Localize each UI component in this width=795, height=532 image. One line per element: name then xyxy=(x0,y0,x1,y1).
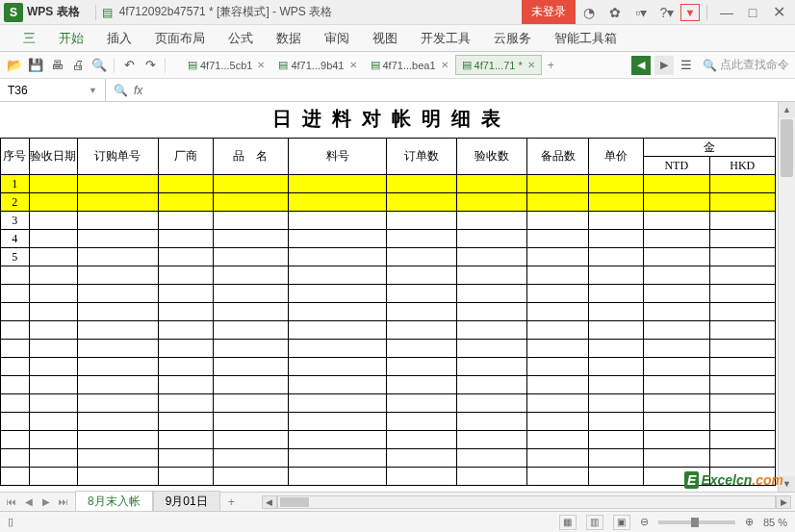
cell[interactable] xyxy=(527,303,589,321)
cell[interactable] xyxy=(709,175,776,193)
cell[interactable] xyxy=(159,321,214,340)
cell[interactable] xyxy=(159,340,214,358)
cell[interactable] xyxy=(214,413,289,431)
cell[interactable] xyxy=(644,358,709,376)
cell[interactable] xyxy=(644,193,709,212)
cell[interactable] xyxy=(387,321,457,340)
print-icon[interactable]: 🖨 xyxy=(69,57,87,74)
doc-tab-4[interactable]: ▤4f71...71 *✕ xyxy=(455,55,542,75)
cell[interactable] xyxy=(527,394,589,413)
cell[interactable] xyxy=(527,175,589,193)
view-page-icon[interactable]: ▥ xyxy=(586,515,603,530)
cell[interactable] xyxy=(77,321,158,340)
magnify-icon[interactable]: 🔍 xyxy=(114,84,128,97)
doc-tab-3[interactable]: ▤4f71...bea1✕ xyxy=(364,55,455,75)
cell[interactable] xyxy=(457,285,527,303)
cell[interactable] xyxy=(457,266,527,285)
cell[interactable] xyxy=(214,340,289,358)
cell[interactable] xyxy=(457,431,527,449)
settings-icon[interactable]: ✿ xyxy=(603,1,628,24)
add-tab-button[interactable]: + xyxy=(542,57,560,74)
cell[interactable] xyxy=(214,449,289,468)
cell[interactable] xyxy=(288,413,387,431)
cell[interactable] xyxy=(457,468,527,486)
cell[interactable] xyxy=(709,193,776,212)
cell[interactable] xyxy=(77,175,158,193)
scroll-thumb[interactable] xyxy=(781,119,793,177)
help-icon[interactable]: ?▾ xyxy=(654,1,680,24)
cell[interactable] xyxy=(644,321,709,340)
close-tab-icon[interactable]: ✕ xyxy=(257,60,265,70)
cell[interactable] xyxy=(77,358,158,376)
cell[interactable] xyxy=(709,303,776,321)
cell[interactable] xyxy=(644,248,709,266)
sync-icon[interactable]: ◔ xyxy=(577,1,602,24)
tab-insert[interactable]: 插入 xyxy=(95,26,143,51)
cell[interactable] xyxy=(527,449,589,468)
cell[interactable] xyxy=(214,285,289,303)
zoom-out-button[interactable]: ⊖ xyxy=(640,516,649,528)
maximize-button[interactable]: □ xyxy=(740,1,765,24)
cell[interactable] xyxy=(159,175,214,193)
cell[interactable] xyxy=(29,321,77,340)
cell[interactable] xyxy=(589,266,644,285)
cell[interactable] xyxy=(159,230,214,248)
cell[interactable] xyxy=(288,376,387,394)
cell[interactable] xyxy=(457,303,527,321)
cell[interactable] xyxy=(457,212,527,230)
cell[interactable] xyxy=(29,376,77,394)
table-row[interactable] xyxy=(1,468,776,486)
cell[interactable] xyxy=(29,431,77,449)
cell[interactable] xyxy=(29,394,77,413)
cell[interactable] xyxy=(527,376,589,394)
cell[interactable] xyxy=(29,449,77,468)
cell[interactable] xyxy=(1,303,30,321)
close-tab-icon[interactable]: ✕ xyxy=(349,60,357,70)
cell[interactable] xyxy=(589,358,644,376)
cell[interactable] xyxy=(29,340,77,358)
cell[interactable] xyxy=(644,376,709,394)
scroll-right-button[interactable]: ▶ xyxy=(776,495,791,509)
cell[interactable] xyxy=(288,212,387,230)
cell[interactable] xyxy=(1,321,30,340)
cell[interactable] xyxy=(527,431,589,449)
cell[interactable] xyxy=(288,468,387,486)
command-search[interactable]: 🔍 点此查找命令 xyxy=(703,57,789,73)
cell[interactable] xyxy=(527,340,589,358)
table-row[interactable]: 4 xyxy=(1,230,776,248)
cell[interactable] xyxy=(214,376,289,394)
cell[interactable] xyxy=(214,431,289,449)
cell[interactable] xyxy=(288,266,387,285)
save-icon[interactable]: 💾 xyxy=(27,57,44,74)
view-normal-icon[interactable]: ▦ xyxy=(559,515,577,530)
table-row[interactable]: 2 xyxy=(1,193,776,212)
cell[interactable] xyxy=(589,431,644,449)
tab-data[interactable]: 数据 xyxy=(265,26,313,51)
cell[interactable] xyxy=(644,175,709,193)
view-mode-icon[interactable]: ▫▾ xyxy=(628,1,654,24)
name-box[interactable]: T36 ▼ xyxy=(0,79,106,101)
cell[interactable] xyxy=(589,248,644,266)
cell[interactable] xyxy=(1,285,30,303)
cell[interactable] xyxy=(1,468,30,486)
cell[interactable] xyxy=(288,303,387,321)
print-quick-icon[interactable]: 🖶 xyxy=(48,57,65,74)
cell[interactable] xyxy=(457,413,527,431)
cell[interactable] xyxy=(288,321,387,340)
cell[interactable] xyxy=(457,376,527,394)
cell[interactable] xyxy=(159,468,214,486)
cell[interactable] xyxy=(1,376,30,394)
cell[interactable] xyxy=(589,413,644,431)
table-row[interactable]: 5 xyxy=(1,248,776,266)
cell[interactable] xyxy=(387,431,457,449)
cell[interactable] xyxy=(288,431,387,449)
cell[interactable] xyxy=(457,449,527,468)
cell[interactable] xyxy=(77,376,158,394)
cell[interactable] xyxy=(387,175,457,193)
tab-formula[interactable]: 公式 xyxy=(217,26,265,51)
cell[interactable] xyxy=(214,394,289,413)
table-row[interactable] xyxy=(1,340,776,358)
cell[interactable] xyxy=(589,175,644,193)
cell[interactable] xyxy=(644,394,709,413)
cell[interactable] xyxy=(77,212,158,230)
